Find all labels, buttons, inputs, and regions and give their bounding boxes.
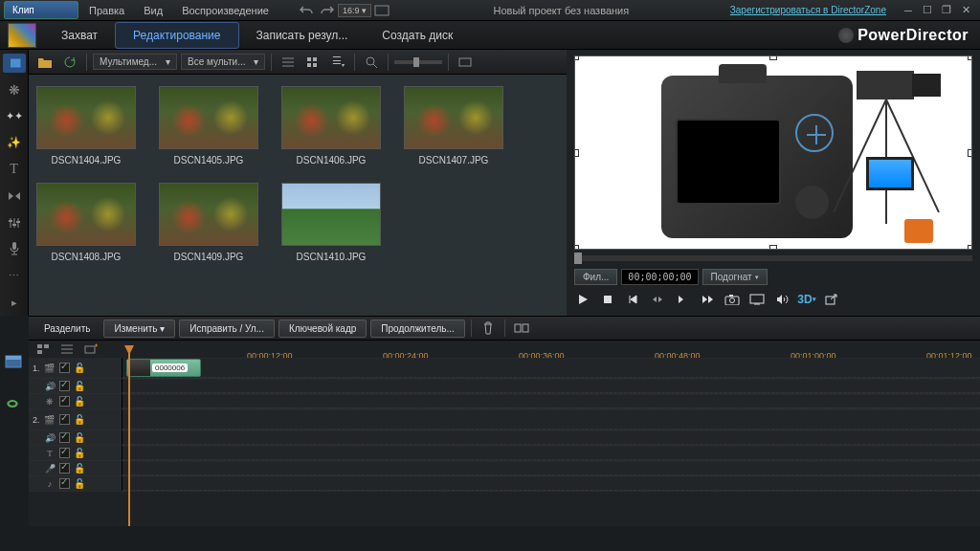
track-header-voice[interactable]: 🎤 🔓 bbox=[29, 461, 122, 475]
tl-modify-button[interactable]: Изменить ▾ bbox=[103, 320, 175, 338]
search-button[interactable] bbox=[361, 53, 382, 72]
track-visible-toggle[interactable] bbox=[59, 448, 70, 458]
track-body-video-2[interactable] bbox=[122, 409, 980, 430]
track-audible-toggle[interactable] bbox=[59, 478, 70, 489]
sidebar-tab-title[interactable]: T bbox=[3, 160, 26, 179]
sidebar-tab-more[interactable]: ⋯ bbox=[3, 266, 26, 285]
resize-handle[interactable] bbox=[968, 149, 972, 157]
menu-playback[interactable]: Воспроизведение bbox=[172, 5, 278, 16]
mode-tab-produce[interactable]: Записать резул... bbox=[239, 23, 366, 48]
mode-tab-capture[interactable]: Захват bbox=[44, 23, 115, 48]
track-lock-toggle[interactable]: 🔓 bbox=[74, 414, 85, 425]
refresh-button[interactable] bbox=[59, 53, 80, 72]
sidebar-expand[interactable]: ▸ bbox=[3, 293, 26, 312]
track-header-audio-2[interactable]: 🔊 🔓 bbox=[29, 430, 122, 445]
track-body-title[interactable] bbox=[122, 446, 980, 460]
maximize-button[interactable]: ☐ bbox=[921, 4, 934, 17]
preview-canvas[interactable] bbox=[574, 55, 972, 250]
minimize-button[interactable]: ─ bbox=[902, 4, 915, 17]
sidebar-tab-effects[interactable]: ❋ bbox=[3, 80, 26, 99]
next-button[interactable] bbox=[699, 291, 716, 308]
track-header-audio-1[interactable]: 🔊 🔓 bbox=[29, 379, 122, 393]
track-body-audio-1[interactable] bbox=[122, 379, 980, 393]
track-header-fx[interactable]: ❋ 🔓 bbox=[29, 394, 122, 408]
snapshot-button[interactable] bbox=[724, 291, 741, 308]
view-thumbs-button[interactable] bbox=[302, 53, 323, 72]
register-link[interactable]: Зарегистрироваться в DirectorZone bbox=[730, 5, 886, 15]
track-body-audio-2[interactable] bbox=[122, 430, 980, 445]
media-thumbnail[interactable]: DSCN1407.JPG bbox=[404, 86, 503, 165]
timeline-clip[interactable]: 0000006 bbox=[126, 359, 201, 377]
aspect-ratio-selector[interactable]: 16:9 ▾ bbox=[338, 4, 371, 17]
tl-fix-button[interactable]: Исправить / Ул... bbox=[179, 320, 275, 338]
resize-handle[interactable] bbox=[574, 245, 579, 250]
resize-handle[interactable] bbox=[968, 245, 972, 250]
track-header-video-1[interactable]: 1. 🎬 🔓 bbox=[29, 358, 122, 378]
resize-handle[interactable] bbox=[769, 245, 777, 250]
resize-handle[interactable] bbox=[968, 55, 972, 60]
preview-quality-button[interactable] bbox=[748, 291, 766, 308]
tl-add-track[interactable] bbox=[80, 341, 101, 359]
track-visible-toggle[interactable] bbox=[59, 363, 70, 373]
tl-track-manager[interactable] bbox=[33, 341, 54, 359]
media-thumbnail[interactable]: DSCN1404.JPG bbox=[36, 86, 136, 165]
media-thumbnail[interactable]: DSCN1410.JPG bbox=[281, 183, 381, 262]
tl-collapse-tracks[interactable] bbox=[56, 341, 78, 359]
volume-button[interactable] bbox=[773, 291, 791, 308]
menu-view[interactable]: Вид bbox=[134, 5, 172, 16]
track-body-fx[interactable] bbox=[122, 394, 980, 408]
preview-timecode[interactable]: 00;00;00;00 bbox=[621, 269, 698, 285]
step-fwd-button[interactable] bbox=[674, 291, 691, 308]
track-header-music[interactable]: ♪ 🔓 bbox=[29, 476, 122, 491]
track-audible-toggle[interactable] bbox=[59, 463, 70, 474]
track-body-voice[interactable] bbox=[122, 461, 980, 475]
thumb-size-slider[interactable] bbox=[394, 60, 442, 64]
prev-button[interactable] bbox=[624, 291, 641, 308]
preview-mode-movie[interactable]: Фил... bbox=[574, 269, 617, 285]
track-lock-toggle[interactable]: 🔓 bbox=[74, 448, 85, 458]
media-thumbnail[interactable]: DSCN1408.JPG bbox=[36, 183, 136, 262]
mode-tab-disc[interactable]: Создать диск bbox=[365, 23, 470, 48]
track-lock-toggle[interactable]: 🔓 bbox=[74, 432, 85, 443]
track-lock-toggle[interactable]: 🔓 bbox=[74, 463, 85, 474]
track-audible-toggle[interactable] bbox=[59, 381, 70, 391]
media-category-dropdown[interactable]: Мультимед...▾ bbox=[93, 54, 177, 70]
undo-button[interactable] bbox=[296, 1, 317, 20]
tl-delete-button[interactable] bbox=[478, 319, 499, 338]
tl-duration-button[interactable]: Продолжитель... bbox=[370, 320, 464, 338]
redo-button[interactable] bbox=[317, 1, 338, 20]
playhead[interactable] bbox=[128, 349, 130, 526]
sidebar-tab-particle[interactable]: ✨ bbox=[3, 133, 26, 152]
restore-button[interactable]: ❐ bbox=[940, 4, 953, 17]
view-details-button[interactable] bbox=[278, 53, 299, 72]
tl-keyframe-button[interactable]: Ключевой кадр bbox=[278, 320, 367, 338]
resize-handle[interactable] bbox=[769, 55, 777, 60]
preview-fit-dropdown[interactable]: Подогнат▾ bbox=[702, 269, 768, 285]
undock-button[interactable] bbox=[823, 291, 840, 308]
import-button[interactable] bbox=[34, 53, 56, 72]
play-button[interactable] bbox=[574, 291, 591, 308]
media-thumbnail[interactable]: DSCN1405.JPG bbox=[159, 86, 258, 165]
preview-mode-clip[interactable]: Клип bbox=[4, 1, 78, 19]
track-lock-toggle[interactable]: 🔓 bbox=[74, 396, 85, 407]
media-filter-dropdown[interactable]: Все мульти...▾ bbox=[181, 54, 265, 70]
close-button[interactable]: ✕ bbox=[959, 4, 972, 17]
sidebar-tab-mixer[interactable] bbox=[3, 213, 26, 232]
track-header-video-2[interactable]: 2. 🎬 🔓 bbox=[29, 409, 122, 430]
track-lock-toggle[interactable]: 🔓 bbox=[74, 478, 85, 489]
tl-more-tools-button[interactable] bbox=[511, 319, 532, 338]
track-body-music[interactable] bbox=[122, 476, 980, 491]
track-header-title[interactable]: T 🔓 bbox=[29, 446, 122, 460]
track-lock-toggle[interactable]: 🔓 bbox=[74, 381, 85, 391]
track-audible-toggle[interactable] bbox=[59, 432, 70, 443]
track-body-video-1[interactable]: 0000006 bbox=[122, 358, 980, 378]
sidebar-tab-media[interactable] bbox=[3, 54, 26, 73]
tl-split-button[interactable]: Разделить bbox=[34, 320, 100, 337]
tl-view-storyboard[interactable] bbox=[4, 390, 25, 411]
sort-button[interactable] bbox=[455, 53, 476, 72]
menu-edit[interactable]: Правка bbox=[79, 5, 134, 16]
3d-button[interactable]: 3D▾ bbox=[798, 291, 815, 308]
step-back-button[interactable] bbox=[649, 291, 666, 308]
track-lock-toggle[interactable]: 🔓 bbox=[74, 363, 85, 373]
media-thumbnail[interactable]: DSCN1406.JPG bbox=[281, 86, 381, 165]
